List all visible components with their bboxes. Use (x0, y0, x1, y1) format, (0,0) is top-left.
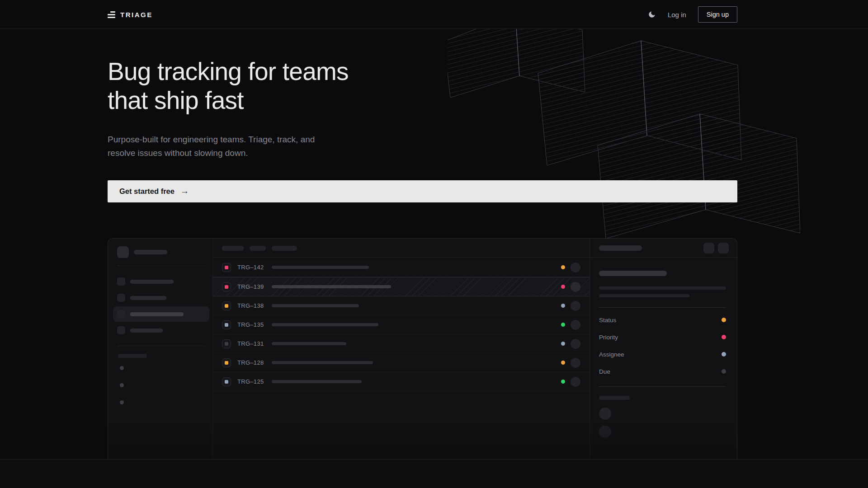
issue-status-dot (561, 285, 565, 289)
issue-status-dot (561, 304, 565, 308)
issue-title-placeholder (272, 323, 378, 326)
activity-avatar (599, 426, 611, 438)
issue-type-icon (222, 377, 231, 386)
issue-list: TRG–142 TRG–139 TRG–138 TRG–135 TRG–131 (213, 258, 590, 391)
detail-field: Priority (599, 328, 726, 346)
title-line-1: Bug tracking for teams (108, 57, 349, 85)
issue-row: TRG–131 (213, 334, 590, 353)
moon-icon (648, 10, 656, 19)
detail-description-placeholder (599, 294, 689, 297)
issue-row: TRG–142 (213, 258, 590, 277)
detail-fields: Status Priority Assignee Due (599, 311, 726, 380)
site-header: TRIAGE Log in Sign up (0, 0, 868, 29)
activity-avatar (599, 408, 611, 420)
issue-row: TRG–139 (213, 277, 590, 296)
issue-type-icon (222, 358, 231, 367)
sidebar-nav-item (113, 290, 209, 305)
nav-icon (117, 294, 125, 302)
brand-logo[interactable]: TRIAGE (108, 11, 153, 19)
issue-list-panel: TRG–142 TRG–139 TRG–138 TRG–135 TRG–131 (213, 239, 590, 459)
issue-assignee-avatar (571, 301, 580, 311)
mockup-sidebar (108, 239, 213, 459)
sidebar-list-dot (120, 400, 124, 404)
workspace-switcher (117, 246, 205, 258)
detail-title-placeholder (599, 271, 667, 276)
sidebar-nav-item (113, 323, 209, 338)
issue-id: TRG–125 (237, 378, 266, 385)
detail-description-placeholder (599, 286, 726, 290)
issue-title-placeholder (272, 285, 391, 288)
nav-icon (117, 310, 125, 318)
divider (599, 307, 726, 308)
sidebar-section-label-placeholder (118, 354, 147, 358)
issue-assignee-avatar (571, 282, 580, 292)
issue-id: TRG–139 (237, 283, 266, 290)
issue-title-placeholder (272, 266, 369, 269)
issue-row: TRG–128 (213, 353, 590, 372)
detail-field: Due (599, 363, 726, 380)
cta-label: Get started free (119, 187, 175, 196)
issue-row: TRG–125 (213, 372, 590, 391)
sidebar-nav-item-active (113, 306, 209, 322)
issue-id: TRG–131 (237, 340, 266, 347)
arrow-right-icon: → (180, 187, 189, 195)
issue-title-placeholder (272, 380, 362, 383)
issue-title-placeholder (272, 342, 346, 345)
detail-field-label: Assignee (599, 351, 624, 358)
nav-icon (117, 277, 125, 286)
detail-field: Status (599, 311, 726, 328)
issue-assignee-avatar (571, 320, 580, 330)
app-preview-mockup: TRG–142 TRG–139 TRG–138 TRG–135 TRG–131 (108, 238, 737, 459)
triage-logo-icon (108, 11, 115, 18)
signup-button[interactable]: Sign up (698, 6, 737, 23)
issue-status-dot (561, 265, 565, 269)
issue-row: TRG–138 (213, 296, 590, 315)
workspace-avatar (117, 246, 129, 258)
issue-list-toolbar (213, 239, 590, 258)
brand-name: TRIAGE (120, 11, 153, 19)
sidebar-list-dot (120, 383, 124, 387)
detail-breadcrumb-placeholder (599, 245, 642, 251)
filter-pill-placeholder (272, 246, 297, 251)
issue-type-icon (222, 320, 231, 329)
divider (117, 346, 205, 346)
detail-field-value-dot (722, 335, 726, 339)
issue-assignee-avatar (571, 358, 580, 368)
issue-id: TRG–138 (237, 302, 266, 309)
theme-toggle-button[interactable] (648, 10, 656, 19)
header-nav: Log in Sign up (648, 6, 737, 23)
issue-detail-panel: Status Priority Assignee Due (590, 239, 737, 459)
login-link[interactable]: Log in (668, 11, 686, 19)
issue-id: TRG–142 (237, 264, 266, 271)
detail-field: Assignee (599, 346, 726, 363)
detail-field-value-dot (722, 352, 726, 357)
detail-panel-header (590, 239, 737, 258)
nav-label-placeholder (130, 296, 166, 300)
detail-field-label: Priority (599, 334, 618, 341)
detail-panel-body: Status Priority Assignee Due (590, 258, 737, 438)
issue-status-dot (561, 361, 565, 365)
nav-label-placeholder (130, 312, 184, 316)
nav-icon (117, 326, 125, 334)
issue-row: TRG–135 (213, 315, 590, 334)
filter-pill-placeholder (250, 246, 266, 251)
issue-type-icon (222, 301, 231, 310)
issue-type-icon (222, 339, 231, 348)
issue-status-dot (561, 323, 565, 327)
sidebar-list-dot (120, 366, 124, 370)
issue-title-placeholder (272, 361, 373, 364)
issue-type-icon (222, 263, 231, 272)
title-line-2: that ship fast (108, 86, 244, 114)
workspace-name-placeholder (134, 250, 167, 254)
nav-label-placeholder (130, 328, 163, 333)
detail-field-value-dot (722, 318, 726, 322)
detail-field-label: Status (599, 317, 616, 324)
issue-id: TRG–135 (237, 321, 266, 328)
nav-label-placeholder (130, 280, 174, 284)
hero-subtitle: Purpose-built for engineering teams. Tri… (108, 133, 322, 160)
issue-assignee-avatar (571, 377, 580, 387)
issue-status-dot (561, 380, 565, 384)
issue-assignee-avatar (571, 339, 580, 349)
get-started-button[interactable]: Get started free → (108, 180, 737, 202)
detail-field-label: Due (599, 368, 610, 375)
